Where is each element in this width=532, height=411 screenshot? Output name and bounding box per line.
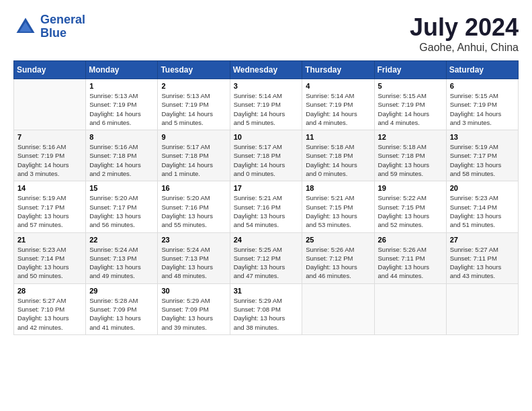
day-info: Sunrise: 5:27 AMSunset: 7:11 PMDaylight:… — [450, 245, 515, 281]
day-number: 15 — [89, 184, 154, 192]
calendar-week-row: 7Sunrise: 5:16 AMSunset: 7:19 PMDaylight… — [14, 130, 519, 181]
calendar-day-cell: 19Sunrise: 5:22 AMSunset: 7:15 PMDayligh… — [374, 181, 446, 232]
day-info: Sunrise: 5:18 AMSunset: 7:18 PMDaylight:… — [306, 142, 370, 178]
day-info: Sunrise: 5:21 AMSunset: 7:15 PMDaylight:… — [306, 193, 370, 229]
day-number: 21 — [17, 236, 82, 244]
day-number: 24 — [234, 236, 299, 244]
day-info: Sunrise: 5:28 AMSunset: 7:09 PMDaylight:… — [89, 296, 154, 332]
calendar-day-cell: 12Sunrise: 5:18 AMSunset: 7:18 PMDayligh… — [374, 130, 446, 181]
day-info: Sunrise: 5:16 AMSunset: 7:19 PMDaylight:… — [17, 142, 82, 178]
calendar-day-cell: 28Sunrise: 5:27 AMSunset: 7:10 PMDayligh… — [14, 283, 86, 334]
day-of-week-header: Saturday — [446, 61, 518, 79]
calendar-day-cell: 24Sunrise: 5:25 AMSunset: 7:12 PMDayligh… — [230, 232, 302, 283]
day-info: Sunrise: 5:14 AMSunset: 7:19 PMDaylight:… — [306, 91, 370, 127]
calendar-day-cell: 6Sunrise: 5:15 AMSunset: 7:19 PMDaylight… — [446, 79, 518, 130]
page-header: General Blue July 2024 Gaohe, Anhui, Chi… — [13, 13, 519, 54]
day-info: Sunrise: 5:13 AMSunset: 7:19 PMDaylight:… — [161, 91, 226, 127]
day-number: 23 — [161, 236, 226, 244]
calendar-table: SundayMondayTuesdayWednesdayThursdayFrid… — [13, 60, 519, 335]
calendar-day-cell: 2Sunrise: 5:13 AMSunset: 7:19 PMDaylight… — [158, 79, 230, 130]
title-section: July 2024 Gaohe, Anhui, China — [410, 13, 519, 54]
calendar-day-cell: 14Sunrise: 5:19 AMSunset: 7:17 PMDayligh… — [14, 181, 86, 232]
calendar-week-row: 1Sunrise: 5:13 AMSunset: 7:19 PMDaylight… — [14, 79, 519, 130]
day-number: 2 — [161, 82, 226, 90]
day-info: Sunrise: 5:26 AMSunset: 7:12 PMDaylight:… — [306, 245, 370, 281]
day-info: Sunrise: 5:15 AMSunset: 7:19 PMDaylight:… — [450, 91, 515, 127]
day-number: 22 — [89, 236, 154, 244]
day-info: Sunrise: 5:29 AMSunset: 7:08 PMDaylight:… — [234, 296, 299, 332]
day-of-week-header: Friday — [374, 61, 446, 79]
calendar-day-cell: 20Sunrise: 5:23 AMSunset: 7:14 PMDayligh… — [446, 181, 518, 232]
day-info: Sunrise: 5:25 AMSunset: 7:12 PMDaylight:… — [234, 245, 299, 281]
calendar-day-cell — [302, 283, 374, 334]
day-number: 14 — [17, 184, 82, 192]
day-number: 10 — [234, 133, 299, 141]
calendar-day-cell: 11Sunrise: 5:18 AMSunset: 7:18 PMDayligh… — [302, 130, 374, 181]
calendar-day-cell: 3Sunrise: 5:14 AMSunset: 7:19 PMDaylight… — [230, 79, 302, 130]
logo-text: General Blue — [40, 13, 85, 40]
calendar-day-cell: 4Sunrise: 5:14 AMSunset: 7:19 PMDaylight… — [302, 79, 374, 130]
day-info: Sunrise: 5:21 AMSunset: 7:16 PMDaylight:… — [234, 193, 299, 229]
day-number: 20 — [450, 184, 515, 192]
day-info: Sunrise: 5:29 AMSunset: 7:09 PMDaylight:… — [161, 296, 226, 332]
day-info: Sunrise: 5:23 AMSunset: 7:14 PMDaylight:… — [17, 245, 82, 281]
day-number: 18 — [306, 184, 370, 192]
day-info: Sunrise: 5:19 AMSunset: 7:17 PMDaylight:… — [17, 193, 82, 229]
calendar-day-cell: 25Sunrise: 5:26 AMSunset: 7:12 PMDayligh… — [302, 232, 374, 283]
calendar-day-cell: 9Sunrise: 5:17 AMSunset: 7:18 PMDaylight… — [158, 130, 230, 181]
day-info: Sunrise: 5:17 AMSunset: 7:18 PMDaylight:… — [161, 142, 226, 178]
day-info: Sunrise: 5:15 AMSunset: 7:19 PMDaylight:… — [378, 91, 443, 127]
day-number: 8 — [89, 133, 154, 141]
day-number: 9 — [161, 133, 226, 141]
main-title: July 2024 — [410, 13, 519, 42]
calendar-week-row: 28Sunrise: 5:27 AMSunset: 7:10 PMDayligh… — [14, 283, 519, 334]
day-number: 4 — [306, 82, 370, 90]
day-info: Sunrise: 5:26 AMSunset: 7:11 PMDaylight:… — [378, 245, 443, 281]
day-number: 1 — [89, 82, 154, 90]
calendar-day-cell: 27Sunrise: 5:27 AMSunset: 7:11 PMDayligh… — [446, 232, 518, 283]
day-number: 17 — [234, 184, 299, 192]
calendar-day-cell: 13Sunrise: 5:19 AMSunset: 7:17 PMDayligh… — [446, 130, 518, 181]
calendar-day-cell: 5Sunrise: 5:15 AMSunset: 7:19 PMDaylight… — [374, 79, 446, 130]
header-row: SundayMondayTuesdayWednesdayThursdayFrid… — [14, 61, 519, 79]
calendar-day-cell: 10Sunrise: 5:17 AMSunset: 7:18 PMDayligh… — [230, 130, 302, 181]
location-subtitle: Gaohe, Anhui, China — [410, 42, 519, 54]
day-number: 27 — [450, 236, 515, 244]
calendar-week-row: 21Sunrise: 5:23 AMSunset: 7:14 PMDayligh… — [14, 232, 519, 283]
day-number: 12 — [378, 133, 443, 141]
calendar-day-cell: 26Sunrise: 5:26 AMSunset: 7:11 PMDayligh… — [374, 232, 446, 283]
day-of-week-header: Sunday — [14, 61, 86, 79]
calendar-day-cell — [14, 79, 86, 130]
day-info: Sunrise: 5:27 AMSunset: 7:10 PMDaylight:… — [17, 296, 82, 332]
calendar-day-cell: 8Sunrise: 5:16 AMSunset: 7:18 PMDaylight… — [86, 130, 158, 181]
calendar-day-cell: 16Sunrise: 5:20 AMSunset: 7:16 PMDayligh… — [158, 181, 230, 232]
calendar-week-row: 14Sunrise: 5:19 AMSunset: 7:17 PMDayligh… — [14, 181, 519, 232]
day-number: 7 — [17, 133, 82, 141]
day-number: 13 — [450, 133, 515, 141]
day-of-week-header: Wednesday — [230, 61, 302, 79]
calendar-day-cell: 23Sunrise: 5:24 AMSunset: 7:13 PMDayligh… — [158, 232, 230, 283]
day-number: 29 — [89, 287, 154, 295]
day-of-week-header: Thursday — [302, 61, 374, 79]
calendar-day-cell: 29Sunrise: 5:28 AMSunset: 7:09 PMDayligh… — [86, 283, 158, 334]
day-info: Sunrise: 5:17 AMSunset: 7:18 PMDaylight:… — [234, 142, 299, 178]
calendar-day-cell: 30Sunrise: 5:29 AMSunset: 7:09 PMDayligh… — [158, 283, 230, 334]
day-of-week-header: Monday — [86, 61, 158, 79]
logo: General Blue — [13, 13, 85, 40]
day-number: 6 — [450, 82, 515, 90]
calendar-header: SundayMondayTuesdayWednesdayThursdayFrid… — [14, 61, 519, 79]
day-info: Sunrise: 5:23 AMSunset: 7:14 PMDaylight:… — [450, 193, 515, 229]
calendar-day-cell: 21Sunrise: 5:23 AMSunset: 7:14 PMDayligh… — [14, 232, 86, 283]
calendar-day-cell: 18Sunrise: 5:21 AMSunset: 7:15 PMDayligh… — [302, 181, 374, 232]
day-info: Sunrise: 5:22 AMSunset: 7:15 PMDaylight:… — [378, 193, 443, 229]
calendar-day-cell: 15Sunrise: 5:20 AMSunset: 7:17 PMDayligh… — [86, 181, 158, 232]
day-info: Sunrise: 5:24 AMSunset: 7:13 PMDaylight:… — [161, 245, 226, 281]
day-number: 30 — [161, 287, 226, 295]
logo-icon — [13, 15, 38, 39]
day-info: Sunrise: 5:20 AMSunset: 7:16 PMDaylight:… — [161, 193, 226, 229]
day-number: 19 — [378, 184, 443, 192]
day-info: Sunrise: 5:18 AMSunset: 7:18 PMDaylight:… — [378, 142, 443, 178]
day-info: Sunrise: 5:20 AMSunset: 7:17 PMDaylight:… — [89, 193, 154, 229]
day-number: 5 — [378, 82, 443, 90]
calendar-day-cell: 7Sunrise: 5:16 AMSunset: 7:19 PMDaylight… — [14, 130, 86, 181]
